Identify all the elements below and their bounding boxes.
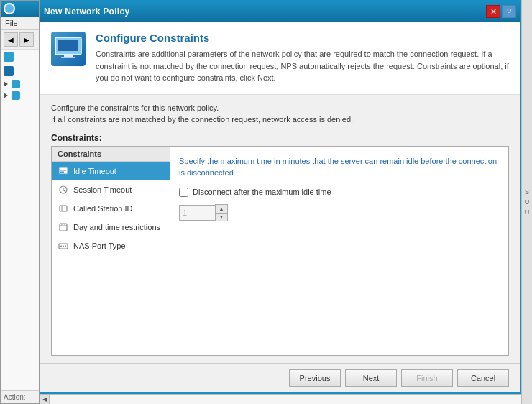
right-sidebar: S U U: [521, 0, 532, 404]
constraints-list: Constraints Idl: [52, 147, 170, 356]
session-timeout-icon: [58, 184, 69, 196]
action-bar: Action:: [1, 390, 39, 403]
header-text: Configure Constraints Constraints are ad…: [96, 32, 509, 84]
svg-line-9: [63, 190, 65, 191]
list-header: Constraints: [52, 147, 170, 162]
nav-icon-1: [4, 52, 14, 62]
header-title: Configure Constraints: [96, 32, 509, 44]
list-item-nas-port[interactable]: NAS Port Type: [52, 237, 170, 255]
day-time-label: Day and time restrictions: [73, 223, 160, 231]
header-icon: [51, 32, 86, 66]
dialog-titlebar: New Network Policy ✕ ?: [40, 1, 520, 22]
app-toolbar: ◀ ▶: [1, 30, 39, 50]
expand-icon-2: [4, 93, 9, 98]
spinner-down-button[interactable]: ▼: [216, 213, 227, 221]
app-nav-item-2[interactable]: [1, 64, 39, 78]
forward-button[interactable]: ▶: [19, 32, 34, 47]
content-description: Specify the maximum time in minutes that…: [179, 155, 500, 179]
nav-icon-2: [4, 66, 14, 76]
close-button[interactable]: ✕: [486, 5, 500, 18]
svg-rect-2: [64, 55, 73, 57]
disconnect-checkbox[interactable]: [179, 188, 188, 197]
svg-rect-12: [60, 224, 67, 231]
header-icon-bg: [51, 32, 86, 66]
dialog-title: New Network Policy: [44, 6, 129, 17]
svg-point-17: [60, 245, 62, 247]
svg-point-19: [65, 245, 66, 247]
constraints-label: Constraints:: [51, 133, 509, 143]
instruction-line1: Configure the constraints for this netwo…: [51, 104, 219, 112]
sidebar-s-label: S: [525, 188, 529, 196]
idle-timeout-icon: [58, 165, 69, 177]
svg-point-18: [63, 245, 64, 247]
list-item-session-timeout[interactable]: Session Timeout: [52, 180, 170, 199]
nas-port-label: NAS Port Type: [73, 242, 126, 250]
previous-button[interactable]: Previous: [289, 369, 341, 387]
scroll-left-button[interactable]: ◀: [40, 395, 50, 405]
h-scroll-track[interactable]: [50, 395, 522, 405]
constraints-content: Specify the maximum time in minutes that…: [170, 147, 508, 356]
spinner-buttons: ▲ ▼: [215, 204, 228, 221]
list-item-idle-timeout[interactable]: Idle Timeout: [52, 162, 170, 180]
svg-rect-6: [60, 171, 64, 173]
instruction-line2: If all constraints are not matched by th…: [51, 115, 353, 124]
sidebar-u2-label: U: [525, 208, 530, 216]
day-time-icon: [58, 221, 69, 233]
disconnect-label: Disconnect after the maximum idle time: [193, 188, 331, 196]
idle-timeout-spinner-input[interactable]: [179, 205, 215, 221]
file-menu[interactable]: File: [1, 17, 39, 30]
app-nav-item-4[interactable]: [1, 90, 39, 101]
svg-rect-1: [58, 40, 78, 51]
back-button[interactable]: ◀: [4, 32, 18, 47]
dialog-footer: Previous Next Finish Cancel: [40, 363, 520, 392]
dialog-window: New Network Policy ✕ ?: [40, 0, 522, 394]
app-icon: [4, 3, 15, 14]
instructions: Configure the constraints for this netwo…: [51, 102, 509, 126]
header-description: Constraints are additional parameters of…: [96, 48, 509, 84]
nas-port-icon: [58, 240, 69, 252]
expand-icon: [4, 81, 9, 87]
spinner-up-button[interactable]: ▲: [216, 205, 227, 213]
called-station-label: Called Station ID: [73, 204, 133, 213]
svg-rect-3: [61, 57, 75, 58]
finish-button[interactable]: Finish: [401, 369, 453, 387]
idle-timeout-label: Idle Timeout: [73, 167, 116, 175]
spinner-row: ▲ ▼: [179, 204, 500, 221]
nav-icon-3: [12, 80, 20, 88]
sidebar-u-label: U: [525, 198, 530, 206]
constraints-panel: Constraints Idl: [51, 146, 509, 357]
dialog-body: Configure the constraints for this netwo…: [40, 95, 520, 364]
called-station-icon: [58, 203, 69, 214]
app-nav-item-1[interactable]: [1, 50, 39, 64]
outer-app-window: File ◀ ▶ Action:: [0, 0, 40, 404]
outer-titlebar: [1, 1, 39, 17]
outer-main-content: New Network Policy ✕ ?: [40, 0, 522, 394]
title-buttons: ✕ ?: [486, 5, 516, 18]
list-item-day-time[interactable]: Day and time restrictions: [52, 218, 170, 237]
help-button[interactable]: ?: [502, 5, 516, 18]
next-button[interactable]: Next: [345, 369, 397, 387]
session-timeout-label: Session Timeout: [73, 185, 132, 194]
app-body: [1, 50, 39, 390]
svg-rect-10: [60, 206, 67, 211]
outer-horizontal-scrollbar[interactable]: ◀ ▶: [40, 394, 532, 404]
computer-icon: [54, 36, 83, 62]
disconnect-checkbox-row: Disconnect after the maximum idle time: [179, 188, 500, 197]
svg-rect-5: [60, 170, 66, 171]
outer-right-area: New Network Policy ✕ ?: [40, 0, 532, 404]
dialog-header: Configure Constraints Constraints are ad…: [40, 22, 520, 95]
list-item-called-station[interactable]: Called Station ID: [52, 199, 170, 218]
app-nav-item-3[interactable]: [1, 78, 39, 90]
nav-icon-4: [12, 91, 20, 100]
action-label: Action:: [4, 393, 26, 401]
cancel-button[interactable]: Cancel: [457, 369, 509, 387]
